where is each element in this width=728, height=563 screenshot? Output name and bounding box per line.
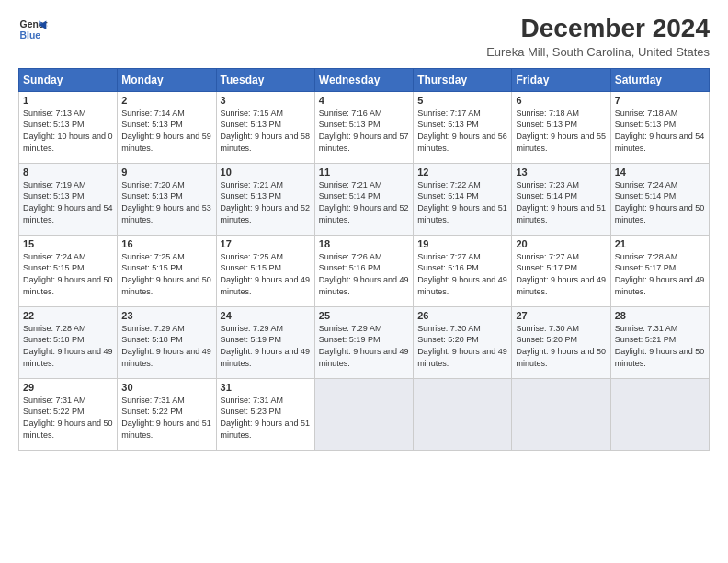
header-row: Sunday Monday Tuesday Wednesday Thursday… [19,68,710,91]
page: General Blue December 2024 Eureka Mill, … [0,0,728,563]
table-row [610,378,709,450]
day-info: Sunrise: 7:30 AMSunset: 5:20 PMDaylight:… [417,323,507,369]
day-info: Sunrise: 7:28 AMSunset: 5:17 PMDaylight:… [615,251,705,297]
logo: General Blue [18,15,48,44]
day-info: Sunrise: 7:18 AMSunset: 5:13 PMDaylight:… [615,108,705,154]
day-number: 6 [516,95,606,106]
col-tuesday: Tuesday [216,68,314,91]
table-row: 17 Sunrise: 7:25 AMSunset: 5:15 PMDaylig… [216,235,314,306]
table-row: 29 Sunrise: 7:31 AMSunset: 5:22 PMDaylig… [19,378,118,450]
table-row: 22 Sunrise: 7:28 AMSunset: 5:18 PMDaylig… [19,306,118,378]
day-info: Sunrise: 7:23 AMSunset: 5:14 PMDaylight:… [516,179,606,225]
day-number: 12 [417,167,507,178]
day-info: Sunrise: 7:22 AMSunset: 5:14 PMDaylight:… [417,179,507,225]
table-row: 3 Sunrise: 7:15 AMSunset: 5:13 PMDayligh… [216,91,314,163]
day-number: 29 [23,382,113,393]
day-number: 9 [121,167,211,178]
day-info: Sunrise: 7:25 AMSunset: 5:15 PMDaylight:… [221,251,311,297]
day-info: Sunrise: 7:13 AMSunset: 5:13 PMDaylight:… [23,108,113,154]
day-number: 20 [516,238,606,249]
day-info: Sunrise: 7:18 AMSunset: 5:13 PMDaylight:… [516,108,606,154]
table-row: 10 Sunrise: 7:21 AMSunset: 5:13 PMDaylig… [216,163,314,235]
logo-icon: General Blue [18,15,48,44]
svg-text:Blue: Blue [20,30,41,40]
day-number: 22 [23,310,113,321]
table-row: 14 Sunrise: 7:24 AMSunset: 5:14 PMDaylig… [610,163,709,235]
table-row [314,378,413,450]
table-row: 4 Sunrise: 7:16 AMSunset: 5:13 PMDayligh… [314,91,413,163]
day-number: 13 [516,167,606,178]
day-number: 19 [417,238,507,249]
header: General Blue December 2024 Eureka Mill, … [18,15,710,59]
calendar-week-1: 1 Sunrise: 7:13 AMSunset: 5:13 PMDayligh… [19,91,710,163]
table-row: 7 Sunrise: 7:18 AMSunset: 5:13 PMDayligh… [610,91,709,163]
col-thursday: Thursday [414,68,512,91]
col-wednesday: Wednesday [314,68,413,91]
day-info: Sunrise: 7:19 AMSunset: 5:13 PMDaylight:… [23,179,113,225]
day-number: 10 [221,167,311,178]
day-number: 23 [121,310,211,321]
day-number: 15 [23,238,113,249]
day-info: Sunrise: 7:28 AMSunset: 5:18 PMDaylight:… [23,323,113,369]
day-info: Sunrise: 7:17 AMSunset: 5:13 PMDaylight:… [417,108,507,154]
table-row: 13 Sunrise: 7:23 AMSunset: 5:14 PMDaylig… [512,163,610,235]
day-number: 28 [615,310,705,321]
day-number: 18 [319,238,409,249]
table-row: 19 Sunrise: 7:27 AMSunset: 5:16 PMDaylig… [414,235,512,306]
col-monday: Monday [118,68,216,91]
table-row: 24 Sunrise: 7:29 AMSunset: 5:19 PMDaylig… [216,306,314,378]
table-row: 25 Sunrise: 7:29 AMSunset: 5:19 PMDaylig… [314,306,413,378]
col-sunday: Sunday [19,68,118,91]
day-number: 11 [319,167,409,178]
day-number: 30 [121,382,211,393]
day-info: Sunrise: 7:15 AMSunset: 5:13 PMDaylight:… [221,108,311,154]
day-number: 3 [221,95,311,106]
day-number: 16 [121,238,211,249]
table-row: 8 Sunrise: 7:19 AMSunset: 5:13 PMDayligh… [19,163,118,235]
day-number: 24 [221,310,311,321]
day-info: Sunrise: 7:24 AMSunset: 5:15 PMDaylight:… [23,251,113,297]
table-row [414,378,512,450]
day-number: 7 [615,95,705,106]
day-number: 14 [615,167,705,178]
day-number: 1 [23,95,113,106]
day-number: 27 [516,310,606,321]
table-row: 31 Sunrise: 7:31 AMSunset: 5:23 PMDaylig… [216,378,314,450]
day-info: Sunrise: 7:16 AMSunset: 5:13 PMDaylight:… [319,108,409,154]
day-number: 26 [417,310,507,321]
table-row: 21 Sunrise: 7:28 AMSunset: 5:17 PMDaylig… [610,235,709,306]
day-number: 5 [417,95,507,106]
day-info: Sunrise: 7:31 AMSunset: 5:22 PMDaylight:… [23,395,113,441]
col-saturday: Saturday [610,68,709,91]
day-info: Sunrise: 7:31 AMSunset: 5:21 PMDaylight:… [615,323,705,369]
table-row: 16 Sunrise: 7:25 AMSunset: 5:15 PMDaylig… [118,235,216,306]
table-row: 23 Sunrise: 7:29 AMSunset: 5:18 PMDaylig… [118,306,216,378]
day-info: Sunrise: 7:20 AMSunset: 5:13 PMDaylight:… [121,179,211,225]
day-info: Sunrise: 7:31 AMSunset: 5:22 PMDaylight:… [121,395,211,441]
table-row: 5 Sunrise: 7:17 AMSunset: 5:13 PMDayligh… [414,91,512,163]
day-info: Sunrise: 7:26 AMSunset: 5:16 PMDaylight:… [319,251,409,297]
day-number: 2 [121,95,211,106]
day-number: 8 [23,167,113,178]
day-info: Sunrise: 7:27 AMSunset: 5:16 PMDaylight:… [417,251,507,297]
table-row: 27 Sunrise: 7:30 AMSunset: 5:20 PMDaylig… [512,306,610,378]
table-row: 6 Sunrise: 7:18 AMSunset: 5:13 PMDayligh… [512,91,610,163]
table-row: 26 Sunrise: 7:30 AMSunset: 5:20 PMDaylig… [414,306,512,378]
day-info: Sunrise: 7:31 AMSunset: 5:23 PMDaylight:… [221,395,311,441]
day-info: Sunrise: 7:14 AMSunset: 5:13 PMDaylight:… [121,108,211,154]
calendar-week-4: 22 Sunrise: 7:28 AMSunset: 5:18 PMDaylig… [19,306,710,378]
day-number: 25 [319,310,409,321]
day-info: Sunrise: 7:25 AMSunset: 5:15 PMDaylight:… [121,251,211,297]
day-info: Sunrise: 7:29 AMSunset: 5:18 PMDaylight:… [121,323,211,369]
table-row: 2 Sunrise: 7:14 AMSunset: 5:13 PMDayligh… [118,91,216,163]
main-title: December 2024 [486,15,710,43]
day-info: Sunrise: 7:30 AMSunset: 5:20 PMDaylight:… [516,323,606,369]
day-number: 31 [221,382,311,393]
table-row: 1 Sunrise: 7:13 AMSunset: 5:13 PMDayligh… [19,91,118,163]
table-row: 9 Sunrise: 7:20 AMSunset: 5:13 PMDayligh… [118,163,216,235]
table-row: 20 Sunrise: 7:27 AMSunset: 5:17 PMDaylig… [512,235,610,306]
table-row: 30 Sunrise: 7:31 AMSunset: 5:22 PMDaylig… [118,378,216,450]
day-info: Sunrise: 7:21 AMSunset: 5:14 PMDaylight:… [319,179,409,225]
day-info: Sunrise: 7:29 AMSunset: 5:19 PMDaylight:… [221,323,311,369]
day-number: 17 [221,238,311,249]
